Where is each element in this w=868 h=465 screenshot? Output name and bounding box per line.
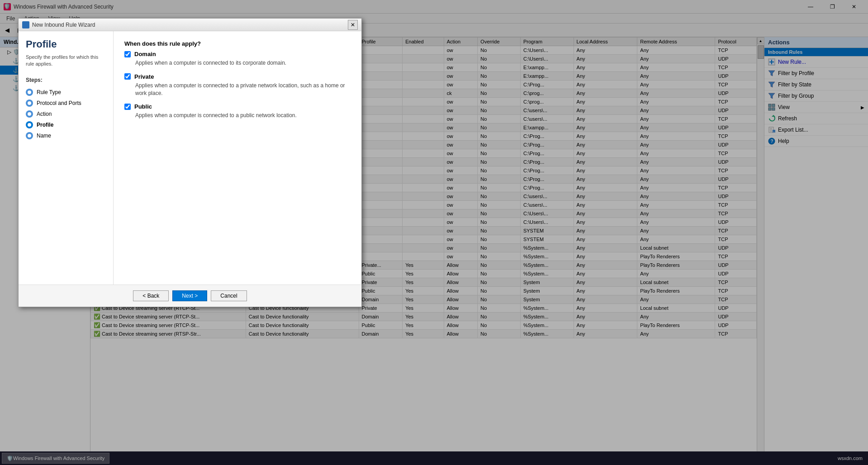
cancel-button[interactable]: Cancel bbox=[211, 290, 247, 301]
step-label-2: Protocol and Ports bbox=[37, 100, 81, 106]
step-dot-5 bbox=[26, 132, 33, 139]
wizard-steps-label: Steps: bbox=[26, 77, 106, 83]
step-label-4: Profile bbox=[37, 122, 53, 128]
wizard-step-3[interactable]: Action bbox=[26, 109, 106, 119]
dialog-content: Profile Specify the profiles for which t… bbox=[19, 31, 361, 285]
wizard-step-1[interactable]: Rule Type bbox=[26, 87, 106, 98]
step-dot-3 bbox=[26, 110, 33, 118]
profile-option-domain: Domain Applies when a computer is connec… bbox=[124, 51, 351, 67]
private-label: Private bbox=[134, 73, 154, 80]
wizard-step-2[interactable]: Protocol and Ports bbox=[26, 98, 106, 109]
wizard-sidebar: Profile Specify the profiles for which t… bbox=[19, 31, 114, 285]
dialog-overlay: New Inbound Rule Wizard ✕ Profile Specif… bbox=[0, 0, 868, 465]
next-button[interactable]: Next > bbox=[172, 290, 207, 301]
private-description: Applies when a computer is connected to … bbox=[124, 82, 351, 97]
wizard-step-5[interactable]: Name bbox=[26, 130, 106, 141]
step-dot-2 bbox=[26, 100, 33, 107]
wizard-dialog: New Inbound Rule Wizard ✕ Profile Specif… bbox=[18, 18, 362, 307]
public-description: Applies when a computer is connected to … bbox=[124, 112, 351, 119]
wizard-page-title: Profile bbox=[26, 38, 106, 50]
step-label-3: Action bbox=[37, 111, 52, 117]
wizard-step-4[interactable]: Profile bbox=[26, 119, 106, 130]
back-button[interactable]: < Back bbox=[133, 290, 169, 301]
step-label-1: Rule Type bbox=[37, 89, 61, 95]
step-label-5: Name bbox=[37, 133, 51, 139]
domain-label: Domain bbox=[134, 51, 156, 57]
step-dot-1 bbox=[26, 89, 33, 96]
profile-option-public: Public Applies when a computer is connec… bbox=[124, 103, 351, 119]
profile-option-private: Private Applies when a computer is conne… bbox=[124, 73, 351, 97]
public-label: Public bbox=[134, 103, 152, 110]
dialog-titlebar: New Inbound Rule Wizard ✕ bbox=[19, 19, 361, 31]
wizard-main: When does this rule apply? Domain Applie… bbox=[114, 31, 361, 285]
domain-checkbox[interactable] bbox=[124, 51, 131, 57]
dialog-icon bbox=[22, 21, 29, 28]
domain-description: Applies when a computer is connected to … bbox=[124, 59, 351, 67]
wizard-section-title: When does this rule apply? bbox=[124, 40, 351, 47]
private-checkbox[interactable] bbox=[124, 73, 131, 80]
wizard-footer: < Back Next > Cancel bbox=[19, 285, 361, 307]
wizard-page-subtitle: Specify the profiles for which this rule… bbox=[26, 54, 106, 68]
dialog-title: New Inbound Rule Wizard bbox=[32, 22, 348, 28]
dialog-close-button[interactable]: ✕ bbox=[348, 20, 358, 30]
step-dot-4 bbox=[26, 121, 33, 128]
public-checkbox[interactable] bbox=[124, 104, 131, 110]
